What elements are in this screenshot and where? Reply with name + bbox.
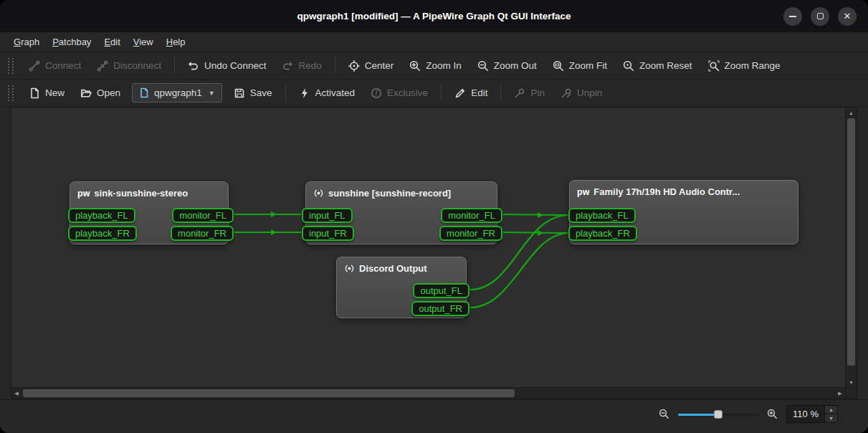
open-patchbay-button[interactable]: Open [73, 83, 128, 103]
scroll-right-button[interactable]: ▶ [835, 388, 845, 399]
edit-patchbay-button[interactable]: Edit [447, 83, 495, 103]
horizontal-scrollbar[interactable]: ◀ ▶ [11, 387, 845, 399]
node-family-hd-audio[interactable]: pw Family 17h/19h HD Audio Contr... play… [569, 180, 798, 244]
new-file-icon [29, 87, 40, 99]
maximize-icon [817, 13, 824, 19]
undo-connect-button[interactable]: Undo Connect [181, 56, 273, 76]
port-output-fr[interactable]: output_FR [411, 301, 469, 316]
zoom-spinbox[interactable]: 110 % ▲ ▼ [786, 405, 838, 423]
port-monitor-fr[interactable]: monitor_FR [439, 226, 502, 241]
zoom-range-button[interactable]: Zoom Range [701, 56, 788, 76]
undo-arrow-icon [188, 60, 199, 72]
minimize-icon [789, 16, 796, 17]
minimize-button[interactable] [783, 7, 802, 26]
menu-view[interactable]: View [127, 34, 160, 50]
wire-arrowhead [271, 211, 277, 217]
port-playback-fl[interactable]: playback_FL [568, 208, 636, 223]
maximize-button[interactable] [811, 7, 829, 26]
port-monitor-fl[interactable]: monitor_FL [172, 208, 234, 223]
vertical-scrollbar[interactable]: ▲ ▼ [845, 108, 857, 387]
redo-button[interactable]: Redo [275, 56, 328, 76]
port-input-fr[interactable]: input_FR [302, 226, 354, 241]
canvas-frame: pw sink-sunshine-stereo playback_FL play… [11, 107, 857, 399]
menu-edit[interactable]: Edit [97, 34, 126, 50]
port-playback-fr[interactable]: playback_FR [568, 226, 637, 241]
connect-button[interactable]: Connect [22, 56, 88, 76]
port-playback-fr[interactable]: playback_FR [68, 226, 137, 241]
unpin-button[interactable]: Unpin [553, 83, 609, 103]
graph-canvas[interactable]: pw sink-sunshine-stereo playback_FL play… [11, 108, 845, 387]
zoom-reset-button[interactable]: Zoom Reset [616, 56, 700, 76]
menu-graph[interactable]: Graph [7, 34, 46, 50]
disconnect-button[interactable]: Disconnect [90, 56, 168, 76]
open-folder-icon [80, 87, 92, 99]
new-patchbay-button[interactable]: New [22, 83, 72, 103]
vscroll-thumb[interactable] [847, 118, 855, 366]
zoom-out-button[interactable]: Zoom Out [470, 56, 544, 76]
port-monitor-fr[interactable]: monitor_FR [171, 226, 234, 241]
node-header: pw Family 17h/19h HD Audio Contr... [570, 181, 798, 200]
circled-f-icon: f [371, 87, 382, 99]
exclusive-toggle[interactable]: f Exclusive [363, 83, 435, 103]
port-playback-fl[interactable]: playback_FL [68, 208, 135, 223]
toolbar-separator [441, 85, 442, 101]
spin-down-button[interactable]: ▼ [825, 414, 837, 422]
record-icon [313, 188, 324, 199]
save-patchbay-button[interactable]: Save [226, 83, 280, 103]
toolbar-handle[interactable] [8, 85, 14, 101]
toolbar-handle[interactable] [8, 58, 14, 74]
node-title: Discord Output [359, 263, 427, 274]
slider-handle[interactable] [714, 410, 722, 419]
zoom-in-mini-icon[interactable] [767, 409, 778, 419]
activated-toggle[interactable]: Activated [292, 83, 363, 103]
port-input-fl[interactable]: input_FL [302, 208, 353, 223]
record-icon [344, 263, 355, 274]
menu-help[interactable]: Help [160, 34, 192, 50]
scroll-down-button[interactable]: ▼ [846, 377, 857, 387]
pushpin-off-icon [561, 87, 572, 99]
disconnect-cable-icon [97, 60, 108, 72]
menu-patchbay[interactable]: Patchbay [46, 34, 97, 50]
node-header: sunshine [sunshine-record] [306, 182, 497, 201]
patchbay-toolbar: New Open qpwgraph1 ▼ Save [0, 80, 868, 107]
patchbay-profile-dropdown[interactable]: qpwgraph1 ▼ [132, 83, 222, 103]
toolbar-separator [500, 85, 501, 101]
center-target-icon [348, 60, 360, 72]
zoom-fit-button[interactable]: Zoom Fit [545, 56, 614, 76]
scroll-up-button[interactable]: ▲ [846, 108, 857, 118]
titlebar[interactable]: qpwgraph1 [modified] — A PipeWire Graph … [0, 0, 868, 32]
hscroll-thumb[interactable] [23, 389, 515, 397]
node-title: sink-sunshine-stereo [94, 188, 188, 199]
node-sink-sunshine-stereo[interactable]: pw sink-sunshine-stereo playback_FL play… [70, 181, 229, 244]
zoom-out-icon [477, 60, 489, 72]
node-discord-output[interactable]: Discord Output output_FL output_FR [336, 257, 467, 318]
patchbay-file-icon [139, 87, 149, 98]
graph-toolbar: Connect Disconnect Undo Connect Redo [0, 52, 868, 80]
wire-arrowhead [538, 230, 543, 236]
pencil-icon [454, 87, 466, 99]
redo-arrow-icon [282, 60, 293, 72]
zoom-out-mini-icon[interactable] [659, 409, 669, 419]
toolbar-separator [335, 57, 335, 74]
save-floppy-icon [234, 87, 245, 99]
scroll-left-button[interactable]: ◀ [11, 388, 22, 399]
close-button[interactable]: ✕ [838, 7, 857, 26]
port-output-fl[interactable]: output_FL [413, 283, 469, 298]
center-button[interactable]: Center [341, 56, 401, 76]
zoom-in-button[interactable]: Zoom In [402, 56, 469, 76]
slider-fill [678, 414, 718, 416]
chevron-down-icon: ▼ [209, 90, 215, 97]
zoom-slider[interactable] [678, 409, 758, 420]
zoom-in-icon [409, 60, 421, 72]
connections-layer [11, 108, 845, 387]
pipewire-icon: pw [77, 189, 90, 199]
node-header: Discord Output [337, 257, 466, 277]
connection-wire[interactable] [503, 214, 568, 215]
node-sunshine-record[interactable]: sunshine [sunshine-record] input_FL inpu… [305, 181, 497, 244]
spin-up-button[interactable]: ▲ [825, 406, 837, 414]
node-title: sunshine [sunshine-record] [328, 188, 451, 199]
pin-button[interactable]: Pin [507, 83, 552, 103]
svg-text:f: f [376, 89, 378, 97]
zoom-value[interactable]: 110 % [787, 406, 824, 422]
port-monitor-fl[interactable]: monitor_FL [441, 208, 502, 223]
